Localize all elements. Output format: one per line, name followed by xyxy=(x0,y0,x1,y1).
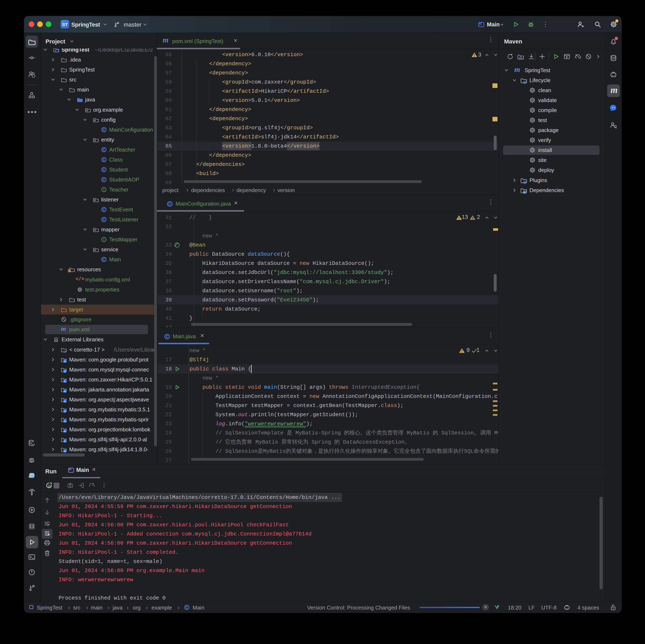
svg-text:C: C xyxy=(102,148,105,152)
svg-text:C: C xyxy=(186,606,188,610)
svg-text:C: C xyxy=(169,202,171,206)
svg-text:C: C xyxy=(102,168,105,172)
svg-text:I: I xyxy=(103,188,104,192)
svg-text:C: C xyxy=(166,334,169,339)
svg-text:C: C xyxy=(102,218,105,221)
svg-text:C: C xyxy=(102,208,105,212)
svg-text:C: C xyxy=(102,158,105,162)
svg-text:C: C xyxy=(102,258,105,262)
svg-text:I: I xyxy=(103,237,104,241)
svg-text:C: C xyxy=(102,178,105,182)
svg-text:C: C xyxy=(102,128,105,132)
